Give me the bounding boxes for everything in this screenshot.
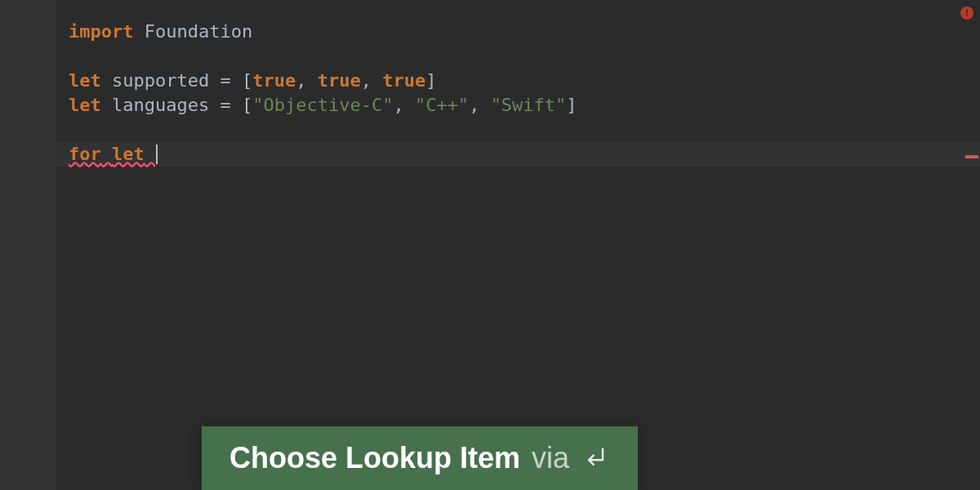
keyword-let: let [112, 144, 145, 164]
var-supported: supported [112, 70, 209, 91]
string-literal: "C++" [415, 95, 469, 115]
keyword-let: let [69, 95, 101, 115]
error-indicator-icon[interactable] [960, 7, 973, 20]
keyword-for: for [69, 144, 101, 164]
editor-gutter[interactable] [0, 0, 56, 490]
var-languages: languages [112, 95, 209, 115]
code-line[interactable]: let languages = ["Objective-C", "C++", "… [69, 93, 980, 118]
code-line-blank[interactable] [69, 118, 980, 142]
literal-true: true [318, 70, 361, 91]
code-line-blank[interactable] [69, 44, 980, 69]
hint-banner: Choose Lookup Item via [202, 426, 638, 490]
string-literal: "Swift" [491, 95, 567, 115]
string-literal: "Objective-C" [252, 95, 393, 115]
code-line-current[interactable]: for let [56, 142, 980, 167]
text-cursor [156, 145, 158, 164]
keyword-import: import [69, 21, 133, 42]
enter-key-icon [581, 443, 610, 473]
code-line[interactable]: let supported = [true, true, true] [69, 69, 980, 93]
module-name: Foundation [145, 21, 252, 42]
literal-true: true [382, 70, 425, 91]
code-editor[interactable]: import Foundation let supported = [true,… [56, 0, 980, 490]
literal-true: true [252, 70, 296, 91]
error-stripe-marker[interactable] [965, 155, 978, 158]
code-line[interactable]: import Foundation [69, 20, 980, 44]
hint-via-label: via [532, 441, 569, 475]
hint-action-label: Choose Lookup Item [229, 441, 520, 475]
keyword-let: let [69, 70, 101, 91]
